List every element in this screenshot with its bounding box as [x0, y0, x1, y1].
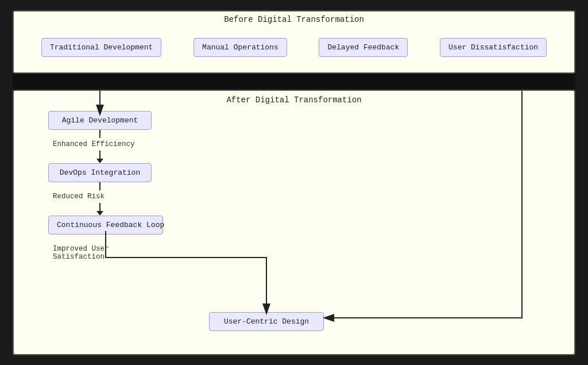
arrow-devops-to-label: [54, 182, 146, 190]
before-title: Before Digital Transformation: [14, 15, 574, 24]
box-manual-operations: Manual Operations: [194, 38, 287, 57]
box-user-dissatisfaction: User Dissatisfaction: [440, 38, 547, 57]
label-reduced-risk: Reduced Risk: [53, 193, 105, 201]
box-agile-development: Agile Development: [48, 111, 152, 130]
flow-column: Agile Development Enhanced Efficiency: [48, 111, 163, 263]
after-section: After Digital Transformation Agile Devel…: [13, 90, 575, 355]
before-boxes: Traditional Development Manual Operation…: [25, 29, 563, 67]
arrow-feedback-to-label: [60, 235, 152, 243]
label-enhanced-efficiency: Enhanced Efficiency: [53, 140, 135, 148]
label-improved-user-satisfaction: Improved User Satisfaction: [53, 245, 163, 261]
box-user-centric-design: User-Centric Design: [209, 312, 324, 331]
arrow-label-to-devops: [54, 151, 146, 163]
box-devops-integration: DevOps Integration: [48, 163, 152, 182]
box-traditional-development: Traditional Development: [41, 38, 161, 57]
divider-band: [13, 74, 575, 90]
arrow-label-to-feedback: [54, 203, 146, 216]
box-delayed-feedback: Delayed Feedback: [319, 38, 408, 57]
box-continuous-feedback-loop: Continuous Feedback Loop: [48, 216, 163, 235]
before-section: Before Digital Transformation Traditiona…: [13, 10, 575, 74]
after-title: After Digital Transformation: [14, 95, 574, 105]
main-diagram: Before Digital Transformation Traditiona…: [13, 10, 575, 355]
arrow-agile-to-label: [54, 130, 146, 138]
